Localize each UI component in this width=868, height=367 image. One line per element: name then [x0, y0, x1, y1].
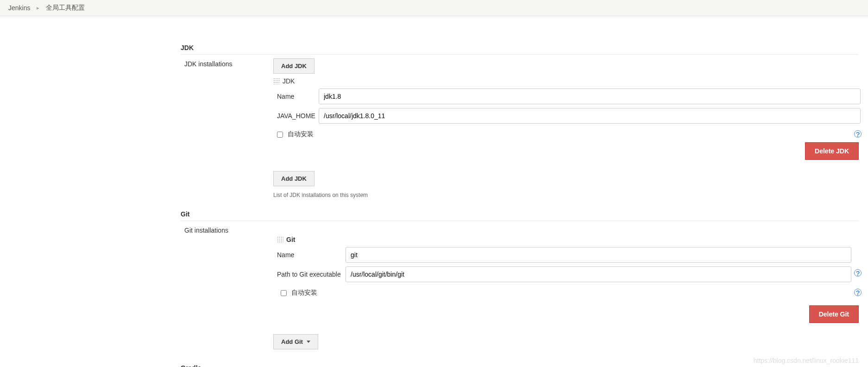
help-icon[interactable]: ?	[854, 130, 862, 138]
jdk-instance-title: JDK	[283, 77, 295, 85]
chevron-down-icon	[307, 341, 310, 343]
add-git-label: Add Git	[281, 338, 303, 345]
section-title-git: Git	[181, 205, 859, 221]
drag-grip-icon[interactable]	[277, 236, 283, 243]
git-auto-install-checkbox[interactable]	[281, 290, 287, 296]
add-git-button[interactable]: Add Git	[273, 334, 318, 349]
git-instance-title: Git	[286, 236, 295, 243]
add-jdk-button-2[interactable]: Add JDK	[273, 171, 314, 186]
java-home-label: JAVA_HOME	[0, 112, 319, 120]
jdk-instance-header: JDK	[273, 77, 868, 85]
jdk-installations-label: JDK installations	[0, 58, 273, 68]
git-path-input[interactable]	[346, 266, 851, 282]
java-home-input[interactable]	[319, 108, 861, 124]
breadcrumb-jenkins[interactable]: Jenkins	[8, 4, 30, 12]
jdk-auto-install-label: 自动安装	[288, 130, 314, 139]
git-name-input[interactable]	[346, 247, 851, 263]
git-installations-label: Git installations	[0, 225, 273, 234]
jdk-auto-install-checkbox[interactable]	[277, 132, 283, 138]
breadcrumb-separator-icon: ▸	[37, 5, 39, 11]
delete-git-button[interactable]: Delete Git	[809, 305, 859, 323]
jdk-name-label: Name	[0, 93, 319, 100]
jdk-hint-text: List of JDK installations on this system	[273, 192, 868, 198]
section-title-jdk: JDK	[181, 38, 859, 55]
git-auto-install-label: 自动安装	[291, 289, 317, 297]
git-name-label: Name	[0, 251, 346, 259]
help-icon[interactable]: ?	[854, 289, 862, 296]
watermark-text: https://blog.csdn.net/linux_rookie111	[754, 357, 859, 364]
git-instance-header: Git	[277, 236, 868, 243]
breadcrumb: Jenkins ▸ 全局工具配置	[0, 0, 868, 16]
help-icon[interactable]: ?	[854, 269, 862, 277]
drag-grip-icon[interactable]	[273, 78, 280, 84]
git-path-label: Path to Git executable	[0, 271, 346, 278]
breadcrumb-page[interactable]: 全局工具配置	[46, 4, 85, 12]
add-jdk-button[interactable]: Add JDK	[273, 58, 314, 74]
jdk-name-input[interactable]	[319, 89, 861, 104]
delete-jdk-button[interactable]: Delete JDK	[805, 142, 859, 160]
